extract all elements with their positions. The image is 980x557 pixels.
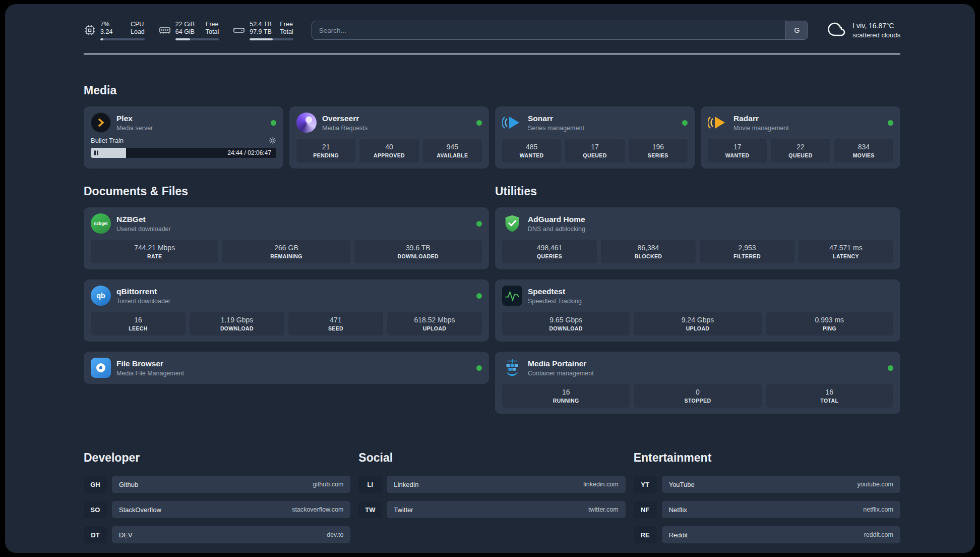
stat-value: 17 [733,143,742,151]
app-card-speedtest[interactable]: Speedtest Speedtest Tracking 9.65 Gbps D… [495,280,900,342]
stat-value: 22 [797,143,805,151]
stat-label: UPLOAD [686,325,710,331]
stat-tile: 945 AVAILABLE [423,139,482,162]
app-name: AdGuard Home [528,215,585,224]
bookmark-name: Github [119,481,138,488]
app-desc: Container management [528,370,594,377]
cloud-icon [826,20,847,40]
pause-icon[interactable] [94,150,99,156]
stat-label: QUERIES [537,253,562,259]
app-card-radarr[interactable]: Radarr Movie management 17 WANTED 22 QUE… [701,106,900,169]
disk-total-value: 97.9 TB [250,28,272,35]
app-card-overseerr[interactable]: Overseerr Media Requests 21 PENDING 40 A… [289,106,489,169]
stat-label: MOVIES [853,152,875,158]
disk-progress-fill [250,38,273,40]
bookmark-group-developer: Developer GH Github github.com SO StackO… [84,451,350,551]
twitter-icon: TW [358,501,382,518]
app-name: Media Portainer [528,359,594,368]
stat-tile: 40 APPROVED [359,139,418,162]
search-engine-button[interactable]: G [785,21,808,39]
topbar: 7% 3.24 CPU Load [84,18,900,42]
status-dot [682,120,688,126]
entertainment-section-title: Entertainment [634,451,900,465]
stat-value: 485 [526,143,537,151]
bookmark-url: twitter.com [588,506,619,513]
bookmark-twitter[interactable]: TW Twitter twitter.com [358,501,625,518]
app-card-qbittorrent[interactable]: qb qBittorrent Torrent downloader 16 LEE… [84,280,489,342]
stat-label: DOWNLOADED [398,253,439,259]
stat-tile: 471 SEED [288,312,383,336]
stat-value: 618.52 Mbps [414,316,455,324]
stat-tile: 834 MOVIES [834,139,893,162]
bookmark-dev[interactable]: DT DEV dev.to [84,526,350,543]
stat-tile: 196 SERIES [629,139,688,162]
bookmark-group-entertainment: Entertainment YT YouTube youtube.com NF … [634,451,900,551]
bookmark-group-social: Social LI LinkedIn linkedin.com TW Twitt… [358,451,625,551]
bookmark-youtube[interactable]: YT YouTube youtube.com [634,476,900,493]
stat-tile: 22 QUEUED [771,139,830,162]
stat-tile: 86,384 BLOCKED [601,240,696,263]
bookmark-name: StackOverflow [119,506,161,514]
now-playing-title: Bullet Train [91,137,269,144]
stat-value: 196 [652,143,664,151]
stat-label: RUNNING [553,398,579,404]
stat-tile: 266 GB REMAINING [222,240,350,263]
app-card-filebrowser[interactable]: File Browser Media File Management [84,352,489,384]
stat-tile: 21 PENDING [296,139,355,162]
search-bar: G [312,21,809,40]
stat-label: SEED [328,325,343,331]
app-desc: Media Requests [322,125,368,132]
stat-tile: 0.993 ms PING [766,312,893,336]
app-card-plex[interactable]: Plex Media server Bullet Train [84,106,283,169]
app-name: qBittorrent [116,287,170,296]
disk-free-value: 52.4 TB [250,21,272,28]
documents-section-title: Documents & Files [84,185,489,198]
youtube-icon: YT [634,476,657,493]
gear-icon[interactable] [269,137,276,144]
stat-value: 2,953 [738,244,756,252]
bookmark-linkedin[interactable]: LI LinkedIn linkedin.com [358,476,625,493]
disk-progress-track [250,38,293,40]
cpu-usage-value: 7% [100,21,122,28]
stat-value: 16 [826,388,834,396]
stat-tile: 498,461 QUERIES [502,240,597,263]
stat-value: 9.65 Gbps [549,316,582,324]
stat-label: PENDING [313,152,339,158]
stat-value: 86,384 [638,244,659,252]
app-desc: Movie management [733,125,789,132]
stat-label: FILTERED [733,253,761,259]
bookmark-url: github.com [313,481,343,488]
cpu-progress-fill [100,38,103,40]
stat-value: 1.19 Gbps [221,316,254,324]
app-card-nzbget[interactable]: nzbget NZBGet Usenet downloader 744.21 M… [84,207,489,269]
overseerr-icon [296,113,317,133]
stat-value: 498,461 [537,244,563,252]
stat-label: STOPPED [685,398,711,404]
adguard-icon [502,213,522,234]
dev-icon: DT [84,526,107,543]
bookmark-url: linkedin.com [583,481,618,488]
stat-value: 834 [858,143,870,151]
bookmark-stackoverflow[interactable]: SO StackOverflow stackoverflow.com [84,501,350,518]
app-name: File Browser [116,359,184,368]
app-desc: Usenet downloader [116,226,171,233]
bookmark-github[interactable]: GH Github github.com [84,476,350,493]
stat-tile: 618.52 Mbps UPLOAD [387,312,482,336]
stat-value: 40 [385,143,393,151]
bookmark-reddit[interactable]: RE Reddit reddit.com [634,526,900,543]
stat-label: DOWNLOAD [549,325,583,331]
stat-label: LATENCY [833,253,859,259]
bookmark-name: DEV [119,531,133,539]
weather-condition: scattered clouds [852,31,900,39]
search-input[interactable] [312,21,786,39]
app-card-portainer[interactable]: Media Portainer Container management 16 … [495,352,900,414]
app-card-adguard[interactable]: AdGuard Home DNS and adblocking 498,461 … [495,207,900,269]
bookmark-netflix[interactable]: NF Netflix netflix.com [634,501,900,518]
media-section-title: Media [84,84,900,97]
github-icon: GH [84,476,107,493]
stat-value: 471 [330,316,341,324]
stat-value: 945 [447,143,458,151]
ram-total-label: Total [206,28,219,35]
app-card-sonarr[interactable]: Sonarr Series management 485 WANTED 17 Q… [495,106,695,169]
status-dot [476,221,482,227]
